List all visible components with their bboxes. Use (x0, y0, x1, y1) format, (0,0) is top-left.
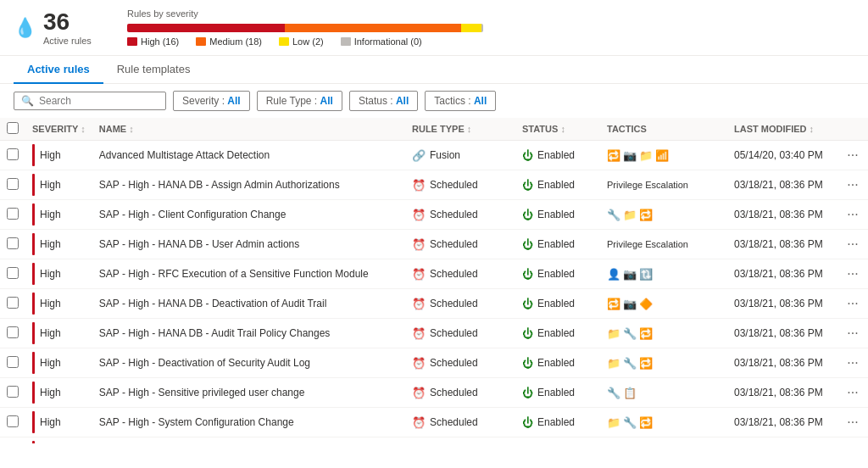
table-row: High SAP - High - HANA DB - Assign Admin… (0, 170, 868, 200)
tactics-cell: Privilege Escalation (600, 170, 727, 200)
table-row: High SAP - High - Deactivation of Securi… (0, 348, 868, 378)
severity-cell: High (25, 170, 92, 200)
status-cell: ⏻ Enabled (515, 408, 600, 437)
col-header-rule-type[interactable]: RULE TYPE ↕ (405, 118, 515, 141)
row-actions-button[interactable]: ··· (843, 237, 861, 252)
row-checkbox[interactable] (7, 326, 19, 338)
table-row: High SAP - High - Client Configuration C… (0, 200, 868, 230)
severity-cell: High (25, 348, 92, 378)
actions-cell[interactable]: ··· (837, 348, 868, 378)
severity-bar (127, 24, 483, 32)
actions-cell[interactable]: ··· (837, 378, 868, 408)
row-actions-button[interactable]: ··· (843, 177, 861, 192)
severity-chart: Rules by severity High (16) Medium (18) … (127, 8, 854, 47)
actions-cell[interactable]: ··· (837, 289, 868, 319)
severity-cell: High (25, 408, 92, 437)
tactics-cell: 📁📷👤 (600, 437, 727, 444)
row-actions-button[interactable]: ··· (843, 326, 861, 341)
row-checkbox[interactable] (7, 148, 19, 160)
name-cell: SAP - High - Execution of a Sensitive AB… (92, 437, 405, 444)
tab-rule-templates[interactable]: Rule templates (103, 56, 204, 84)
status-cell: ⏻ Enabled (515, 259, 600, 289)
rule-type-cell: ⏰ Scheduled (405, 437, 515, 444)
severity-title: Rules by severity (127, 8, 854, 19)
actions-cell[interactable]: ··· (837, 319, 868, 348)
col-header-status[interactable]: STATUS ↕ (515, 118, 600, 141)
name-cell: Advanced Multistage Attack Detection (92, 141, 405, 170)
table-row: High SAP - High - RFC Execution of a Sen… (0, 259, 868, 289)
last-modified-cell: 03/18/21, 08:36 PM (727, 289, 837, 319)
name-cell: SAP - High - RFC Execution of a Sensitiv… (92, 259, 405, 289)
severity-cell: High (25, 289, 92, 319)
legend-low: Low (2) (279, 36, 324, 47)
status-cell: ⏻ Enabled (515, 348, 600, 378)
severity-cell: High (25, 200, 92, 230)
row-checkbox[interactable] (7, 356, 19, 368)
row-actions-button[interactable]: ··· (843, 296, 861, 311)
row-checkbox[interactable] (7, 208, 19, 220)
rule-type-cell: ⏰ Scheduled (405, 259, 515, 289)
status-filter[interactable]: Status : All (349, 91, 418, 111)
row-checkbox[interactable] (7, 267, 19, 279)
row-checkbox[interactable] (7, 415, 19, 427)
row-checkbox[interactable] (7, 178, 19, 190)
table-row: High SAP - High - HANA DB - Audit Trail … (0, 319, 868, 348)
rule-type-cell: 🔗 Fusion (405, 141, 515, 170)
severity-filter[interactable]: Severity : All (173, 91, 250, 111)
col-header-check[interactable] (0, 118, 25, 141)
tactics-cell: 🔧📋 (600, 378, 727, 408)
status-cell: ⏻ Enabled (515, 141, 600, 170)
bar-info (481, 24, 483, 32)
tactics-cell: 🔁📷🔶 (600, 289, 727, 319)
last-modified-cell: 03/18/21, 08:36 PM (727, 230, 837, 259)
row-actions-button[interactable]: ··· (843, 385, 861, 400)
bar-medium (285, 24, 462, 32)
actions-cell[interactable]: ··· (837, 408, 868, 437)
row-checkbox[interactable] (7, 386, 19, 398)
row-actions-button[interactable]: ··· (843, 148, 861, 163)
table-container: SEVERITY ↕ NAME ↕ RULE TYPE ↕ STATUS ↕ T… (0, 118, 868, 443)
search-box: 🔍 (14, 92, 166, 110)
row-actions-button[interactable]: ··· (843, 355, 861, 370)
status-cell: ⏻ Enabled (515, 230, 600, 259)
rule-type-cell: ⏰ Scheduled (405, 230, 515, 259)
last-modified-cell: 03/18/21, 08:36 PM (727, 319, 837, 348)
row-actions-button[interactable]: ··· (843, 207, 861, 222)
actions-cell[interactable]: ··· (837, 200, 868, 230)
col-header-severity[interactable]: SEVERITY ↕ (25, 118, 92, 141)
col-header-tactics[interactable]: TACTICS (600, 118, 727, 141)
name-cell: SAP - High - HANA DB - Deactivation of A… (92, 289, 405, 319)
row-actions-button[interactable]: ··· (843, 266, 861, 281)
search-input[interactable] (39, 95, 149, 107)
severity-cell: High (25, 259, 92, 289)
actions-cell[interactable]: ··· (837, 437, 868, 444)
name-cell: SAP - High - Deactivation of Security Au… (92, 348, 405, 378)
tactics-filter[interactable]: Tactics : All (425, 91, 496, 111)
last-modified-cell: 05/14/20, 03:40 PM (727, 141, 837, 170)
table-row: High SAP - High - Execution of a Sensiti… (0, 437, 868, 444)
name-cell: SAP - High - HANA DB - Assign Admin Auth… (92, 170, 405, 200)
severity-cell: High (25, 230, 92, 259)
last-modified-cell: 03/18/21, 08:36 PM (727, 170, 837, 200)
active-rules-section: 💧 36 Active rules (14, 10, 107, 46)
rule-type-cell: ⏰ Scheduled (405, 200, 515, 230)
row-actions-button[interactable]: ··· (843, 415, 861, 430)
rule-type-cell: ⏰ Scheduled (405, 378, 515, 408)
actions-cell[interactable]: ··· (837, 230, 868, 259)
rule-type-filter[interactable]: Rule Type : All (257, 91, 342, 111)
select-all-checkbox[interactable] (7, 122, 19, 134)
col-header-last-modified[interactable]: LAST MODIFIED ↕ (727, 118, 837, 141)
col-header-name[interactable]: NAME ↕ (92, 118, 405, 141)
severity-cell: High (25, 141, 92, 170)
legend-info: Informational (0) (341, 36, 422, 47)
last-modified-cell: 03/18/21, 08:36 PM (727, 408, 837, 437)
row-checkbox[interactable] (7, 237, 19, 249)
rule-type-cell: ⏰ Scheduled (405, 319, 515, 348)
actions-cell[interactable]: ··· (837, 170, 868, 200)
status-cell: ⏻ Enabled (515, 437, 600, 444)
actions-cell[interactable]: ··· (837, 141, 868, 170)
tab-active-rules[interactable]: Active rules (14, 56, 103, 84)
last-modified-cell: 03/18/21, 08:36 PM (727, 200, 837, 230)
row-checkbox[interactable] (7, 297, 19, 309)
actions-cell[interactable]: ··· (837, 259, 868, 289)
